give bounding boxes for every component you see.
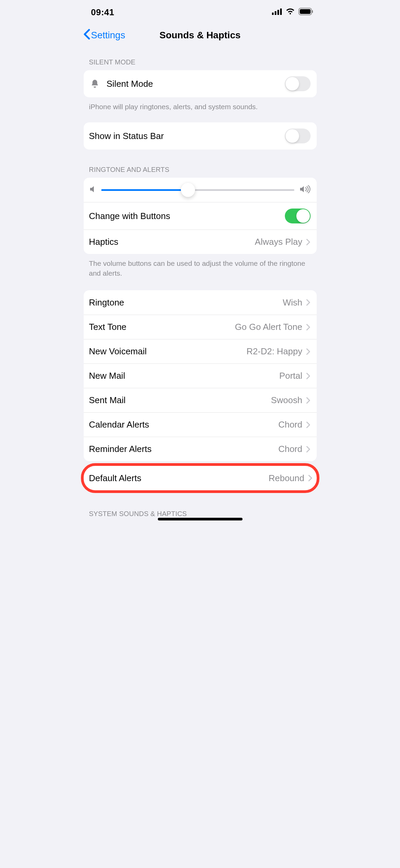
- change-with-buttons-row[interactable]: Change with Buttons: [84, 202, 317, 230]
- back-button[interactable]: Settings: [83, 29, 125, 42]
- battery-icon: [298, 8, 313, 17]
- sounds-group: RingtoneWishText ToneGo Go Alert ToneNew…: [84, 290, 317, 461]
- sound-value: R2-D2: Happy: [247, 346, 302, 357]
- chevron-right-icon: [306, 348, 311, 355]
- volume-slider-row[interactable]: [84, 178, 317, 202]
- silent-mode-label: Silent Mode: [107, 79, 285, 89]
- sound-label: Text Tone: [89, 322, 235, 332]
- svg-rect-5: [300, 9, 311, 14]
- sound-row-sent-mail[interactable]: Sent MailSwoosh: [84, 388, 317, 412]
- volume-high-icon: [300, 185, 311, 195]
- change-with-buttons-label: Change with Buttons: [89, 211, 285, 221]
- show-status-bar-toggle[interactable]: [285, 129, 311, 143]
- show-status-bar-row[interactable]: Show in Status Bar: [84, 122, 317, 150]
- volume-slider[interactable]: [101, 189, 294, 191]
- sound-row-new-mail[interactable]: New MailPortal: [84, 363, 317, 388]
- sound-label: Reminder Alerts: [89, 444, 278, 454]
- cellular-icon: [272, 8, 282, 16]
- sound-label: Ringtone: [89, 297, 283, 308]
- change-with-buttons-toggle[interactable]: [285, 209, 311, 223]
- sound-value: Chord: [278, 419, 302, 430]
- show-status-bar-label: Show in Status Bar: [89, 131, 285, 141]
- svg-rect-1: [275, 11, 276, 15]
- ringtone-footer: The volume buttons can be used to adjust…: [78, 255, 323, 280]
- chevron-right-icon: [306, 324, 311, 331]
- section-header-ringtone: Ringtone and Alerts: [78, 151, 323, 176]
- chevron-right-icon: [306, 239, 311, 245]
- svg-rect-3: [280, 8, 282, 15]
- back-label: Settings: [91, 30, 125, 41]
- chevron-right-icon: [306, 299, 311, 306]
- status-bar: 09:41: [78, 0, 323, 22]
- sound-row-calendar-alerts[interactable]: Calendar AlertsChord: [84, 412, 317, 437]
- sound-row-ringtone[interactable]: RingtoneWish: [84, 290, 317, 315]
- sound-label: New Mail: [89, 371, 279, 381]
- sound-label: Sent Mail: [89, 395, 271, 406]
- default-alerts-highlight: Default Alerts Rebound: [81, 463, 319, 493]
- silent-mode-toggle[interactable]: [285, 76, 311, 91]
- chevron-right-icon: [308, 475, 313, 481]
- sound-row-new-voicemail[interactable]: New VoicemailR2-D2: Happy: [84, 339, 317, 363]
- haptics-row[interactable]: Haptics Always Play: [84, 230, 317, 254]
- silent-mode-group: Silent Mode: [84, 70, 317, 97]
- sound-value: Go Go Alert Tone: [235, 322, 302, 332]
- svg-rect-2: [277, 10, 279, 15]
- sound-row-reminder-alerts[interactable]: Reminder AlertsChord: [84, 437, 317, 461]
- bell-icon: [89, 79, 101, 88]
- sound-value: Portal: [279, 371, 302, 381]
- svg-rect-6: [312, 10, 313, 13]
- sound-label: New Voicemail: [89, 346, 247, 357]
- sound-label: Calendar Alerts: [89, 419, 278, 430]
- haptics-value: Always Play: [255, 237, 302, 247]
- ringtone-group: Change with Buttons Haptics Always Play: [84, 178, 317, 254]
- default-alerts-label: Default Alerts: [89, 473, 269, 484]
- status-icons: [272, 8, 313, 17]
- default-alerts-row[interactable]: Default Alerts Rebound: [84, 466, 317, 490]
- sound-value: Swoosh: [271, 395, 302, 406]
- sound-value: Wish: [283, 297, 302, 308]
- volume-low-icon: [90, 185, 96, 194]
- sound-value: Chord: [278, 444, 302, 454]
- navigation-bar: Settings Sounds & Haptics: [78, 22, 323, 48]
- sound-row-text-tone[interactable]: Text ToneGo Go Alert Tone: [84, 315, 317, 339]
- section-header-silent: Silent Mode: [78, 48, 323, 69]
- wifi-icon: [286, 8, 295, 16]
- haptics-label: Haptics: [89, 237, 255, 247]
- default-alerts-value: Rebound: [269, 473, 304, 484]
- home-indicator: [158, 518, 243, 520]
- status-time: 09:41: [91, 7, 114, 18]
- status-bar-group: Show in Status Bar: [84, 122, 317, 150]
- chevron-right-icon: [306, 373, 311, 379]
- chevron-right-icon: [306, 397, 311, 404]
- home-indicator-area: [78, 514, 323, 523]
- silent-mode-footer: iPhone will play ringtones, alerts, and …: [78, 99, 323, 114]
- chevron-right-icon: [306, 421, 311, 428]
- chevron-left-icon: [83, 29, 90, 42]
- chevron-right-icon: [306, 446, 311, 453]
- silent-mode-row[interactable]: Silent Mode: [84, 70, 317, 97]
- svg-rect-0: [272, 13, 274, 15]
